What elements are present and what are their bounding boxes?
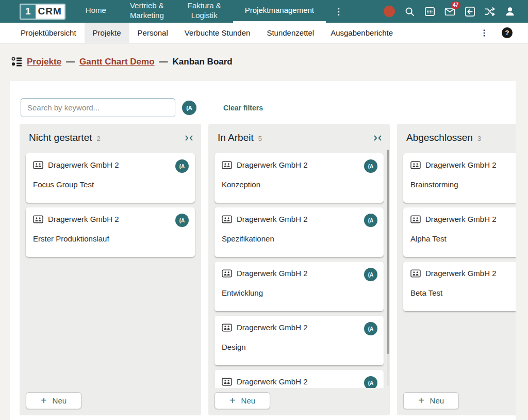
column-header: Nicht gestartet2: [20, 124, 201, 149]
filter-row: (A Clear filters: [21, 98, 263, 117]
card-assignee-badge[interactable]: (A: [364, 214, 377, 227]
kanban-card[interactable]: Dragerwerk GmbH 2(ASpezifikationen: [214, 207, 384, 257]
card-assignee-badge[interactable]: (A: [364, 268, 377, 281]
top-nav-overflow-kebab-icon[interactable]: ⋮: [326, 0, 351, 23]
card-task-name: Erster Produktionslauf: [33, 234, 188, 243]
module-nav-items: ProjektübersichtProjektePersonalVerbucht…: [12, 23, 401, 43]
card-header: Dragerwerk GmbH 2: [410, 215, 516, 223]
add-card-label: Neu: [53, 396, 67, 405]
assignee-filter-badge[interactable]: (A: [182, 101, 196, 115]
top-nav: HomeVertrieb & MarketingFaktura & Logist…: [74, 0, 326, 23]
card-task-name: Design: [222, 343, 376, 351]
crm-logo[interactable]: 1 CRM: [20, 4, 65, 20]
column-footer: +Neu: [20, 388, 201, 415]
card-company: Dragerwerk GmbH 2: [425, 215, 497, 223]
kanban-card[interactable]: Dragerwerk GmbH 2(A: [214, 370, 384, 388]
card-header: Dragerwerk GmbH 2: [33, 160, 188, 169]
kanban-card[interactable]: Dragerwerk GmbH 2(ABeta Test: [403, 262, 516, 311]
card-assignee-badge[interactable]: (A: [364, 376, 377, 388]
card-task-name: Konzeption: [222, 180, 376, 189]
module-nav-item-personal[interactable]: Personal: [129, 23, 176, 43]
plus-icon: +: [41, 395, 47, 406]
card-assignee-badge[interactable]: (A: [175, 214, 189, 227]
column-title: In Arbeit: [218, 132, 254, 143]
module-nav-item-projekte[interactable]: Projekte: [85, 23, 129, 43]
breadcrumb-separator: —: [159, 57, 168, 67]
group-icon: [222, 324, 232, 332]
column-header: In Arbeit5: [208, 124, 390, 149]
add-card-button[interactable]: +Neu: [214, 392, 270, 409]
breadcrumb-current: Kanban Board: [173, 57, 233, 67]
kanban-card[interactable]: Dragerwerk GmbH 2(AFocus Group Test: [26, 153, 195, 203]
card-company: Dragerwerk GmbH 2: [237, 269, 308, 278]
logo-one: 1: [21, 5, 36, 19]
search-input[interactable]: [21, 98, 175, 117]
card-header: Dragerwerk GmbH 2: [222, 269, 376, 278]
logo-crm: CRM: [36, 5, 64, 19]
column-count: 2: [97, 133, 101, 142]
kanban-card[interactable]: Dragerwerk GmbH 2(AKonzeption: [214, 153, 384, 203]
card-task-name: Spezifikationen: [222, 234, 376, 243]
group-icon: [33, 161, 43, 169]
card-assignee-badge[interactable]: (A: [364, 322, 377, 335]
clear-filters-link[interactable]: Clear filters: [223, 104, 263, 112]
top-icon-group: 47: [384, 0, 516, 23]
module-nav-item-ausgabenberichte[interactable]: Ausgabenberichte: [322, 23, 401, 43]
module-nav-item-verbuchte-stunden[interactable]: Verbuchte Stunden: [176, 23, 259, 43]
kanban-panel: (A Clear filters Nicht gestartet2Dragerw…: [10, 81, 516, 420]
help-icon[interactable]: ?: [502, 27, 513, 38]
module-nav-item-projektübersicht[interactable]: Projektübersicht: [12, 23, 85, 43]
group-icon: [222, 378, 232, 386]
keypad-icon[interactable]: [424, 6, 435, 17]
module-nav-item-stundenzettel[interactable]: Stundenzettel: [258, 23, 322, 43]
breadcrumb-separator: —: [66, 57, 75, 67]
card-company: Dragerwerk GmbH 2: [237, 215, 308, 223]
kanban-card[interactable]: Dragerwerk GmbH 2(AAlpha Test: [403, 207, 516, 257]
top-nav-item-vertrieb-marketing[interactable]: Vertrieb & Marketing: [118, 0, 176, 23]
column-scrollbar-thumb[interactable]: [387, 150, 389, 354]
kanban-card[interactable]: Dragerwerk GmbH 2(AErster Produktionslau…: [26, 207, 195, 257]
column-footer: +Neu: [397, 388, 516, 415]
card-header: Dragerwerk GmbH 2: [222, 377, 376, 386]
module-nav-right: ⋮ ?: [480, 23, 513, 43]
module-nav-kebab-icon[interactable]: ⋮: [480, 28, 488, 38]
add-card-button[interactable]: +Neu: [403, 392, 459, 409]
card-company: Dragerwerk GmbH 2: [237, 160, 308, 169]
card-company: Dragerwerk GmbH 2: [48, 215, 119, 223]
card-task-name: Alpha Test: [410, 234, 516, 243]
column-collapse-icon[interactable]: [185, 135, 193, 141]
add-card-button[interactable]: +Neu: [26, 392, 81, 409]
top-nav-item-faktura-logistik[interactable]: Faktura & Logistik: [176, 0, 233, 23]
kanban-card[interactable]: Dragerwerk GmbH 2(ADesign: [214, 316, 384, 365]
top-nav-item-projektmanagement[interactable]: Projektmanagement: [233, 0, 326, 23]
breadcrumb-link-projekte[interactable]: Projekte: [27, 57, 61, 67]
column-collapse-icon[interactable]: [374, 135, 382, 141]
shuffle-icon[interactable]: [484, 6, 496, 17]
card-assignee-badge[interactable]: (A: [175, 159, 189, 173]
user-icon[interactable]: [504, 6, 516, 17]
top-nav-item-home[interactable]: Home: [74, 0, 118, 23]
top-bar: 1 CRM HomeVertrieb & MarketingFaktura & …: [0, 0, 528, 23]
kanban-card[interactable]: Dragerwerk GmbH 2(AEntwicklung: [214, 262, 384, 311]
search-icon[interactable]: [404, 6, 415, 17]
card-task-name: Beta Test: [410, 288, 516, 297]
column-cards: Dragerwerk GmbH 2(AKonzeptionDragerwerk …: [208, 149, 390, 388]
breadcrumb-link-gantt-chart-demo[interactable]: Gantt Chart Demo: [79, 57, 154, 67]
mail-icon[interactable]: 47: [444, 6, 455, 17]
exit-icon[interactable]: [464, 6, 475, 17]
record-dot-icon[interactable]: [384, 6, 395, 17]
group-icon: [222, 215, 232, 223]
card-company: Dragerwerk GmbH 2: [237, 377, 308, 386]
card-company: Dragerwerk GmbH 2: [425, 160, 497, 169]
add-card-label: Neu: [430, 396, 444, 405]
card-company: Dragerwerk GmbH 2: [237, 323, 308, 332]
breadcrumb: Projekte—Gantt Chart Demo—Kanban Board: [0, 43, 528, 67]
card-header: Dragerwerk GmbH 2: [410, 269, 516, 278]
card-assignee-badge[interactable]: (A: [364, 159, 377, 173]
column-scrollbar[interactable]: [387, 150, 389, 386]
add-card-label: Neu: [241, 396, 256, 405]
kanban-column-in-arbeit: In Arbeit5Dragerwerk GmbH 2(AKonzeptionD…: [208, 124, 390, 415]
column-title: Nicht gestartet: [29, 132, 92, 143]
kanban-column-nicht-gestartet: Nicht gestartet2Dragerwerk GmbH 2(AFocus…: [20, 124, 201, 415]
kanban-card[interactable]: Dragerwerk GmbH 2(ABrainstorming: [403, 153, 516, 203]
